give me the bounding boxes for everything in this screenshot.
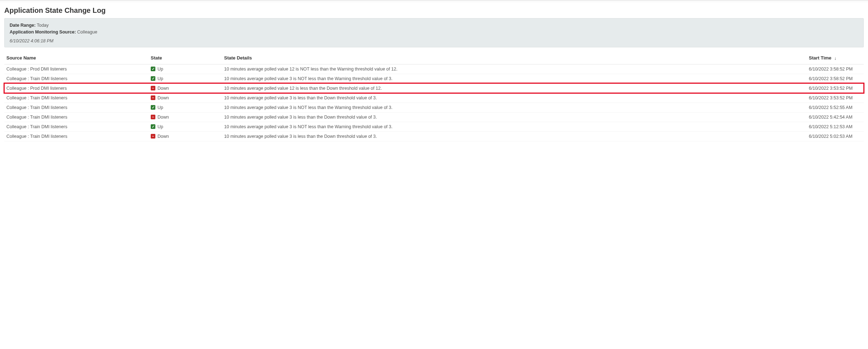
cell-state: –Down <box>149 112 222 122</box>
report-timestamp: 6/10/2022 4:06:18 PM <box>10 38 858 43</box>
cell-source-name: Colleague : Train DMI listeners <box>4 122 149 131</box>
cell-start-time: 6/10/2022 5:42:54 AM <box>807 112 864 122</box>
filter-source: Application Monitoring Source: Colleague <box>10 29 858 36</box>
cell-state: –Down <box>149 131 222 141</box>
filter-date-range-label: Date Range: <box>10 23 36 28</box>
cell-source-name: Colleague : Prod DMI listeners <box>4 83 149 93</box>
cell-state: –Down <box>149 83 222 93</box>
page: Application State Change Log Date Range:… <box>0 2 868 146</box>
col-header-start-time[interactable]: Start Time ↓ <box>807 52 864 64</box>
cell-state-details: 10 minutes average polled value 3 is les… <box>222 93 807 103</box>
cell-state-details: 10 minutes average polled value 3 is les… <box>222 131 807 141</box>
state-up-icon: ✓ <box>151 124 155 129</box>
cell-start-time: 6/10/2022 5:02:53 AM <box>807 131 864 141</box>
cell-start-time: 6/10/2022 3:53:52 PM <box>807 83 864 93</box>
cell-state-details: 10 minutes average polled value 12 is NO… <box>222 64 807 74</box>
cell-state-details: 10 minutes average polled value 12 is le… <box>222 83 807 93</box>
state-label: Down <box>157 86 169 91</box>
cell-state: ✓Up <box>149 74 222 83</box>
cell-state-details: 10 minutes average polled value 3 is NOT… <box>222 74 807 83</box>
cell-state: ✓Up <box>149 122 222 131</box>
table-row[interactable]: Colleague : Prod DMI listeners–Down10 mi… <box>4 83 864 93</box>
cell-state: ✓Up <box>149 64 222 74</box>
cell-start-time: 6/10/2022 5:12:53 AM <box>807 122 864 131</box>
filter-source-value: Colleague <box>77 30 97 35</box>
table-row[interactable]: Colleague : Train DMI listeners–Down10 m… <box>4 131 864 141</box>
state-down-icon: – <box>151 95 155 100</box>
cell-state: ✓Up <box>149 103 222 112</box>
filter-date-range-value: Today <box>37 23 48 28</box>
state-down-icon: – <box>151 86 155 90</box>
state-up-icon: ✓ <box>151 67 155 71</box>
state-label: Up <box>157 105 163 110</box>
table-row[interactable]: Colleague : Train DMI listeners–Down10 m… <box>4 93 864 103</box>
table-row[interactable]: Colleague : Prod DMI listeners✓Up10 minu… <box>4 64 864 74</box>
cell-source-name: Colleague : Train DMI listeners <box>4 74 149 83</box>
cell-source-name: Colleague : Train DMI listeners <box>4 103 149 112</box>
state-label: Up <box>157 67 163 72</box>
sort-descending-icon: ↓ <box>834 56 836 61</box>
cell-source-name: Colleague : Train DMI listeners <box>4 112 149 122</box>
filter-date-range: Date Range: Today <box>10 22 858 29</box>
table-row[interactable]: Colleague : Train DMI listeners–Down10 m… <box>4 112 864 122</box>
cell-start-time: 6/10/2022 5:52:55 AM <box>807 103 864 112</box>
state-label: Down <box>157 134 169 139</box>
state-down-icon: – <box>151 115 155 119</box>
state-change-table: Source Name State State Details Start Ti… <box>4 52 864 141</box>
cell-state-details: 10 minutes average polled value 3 is NOT… <box>222 103 807 112</box>
state-label: Up <box>157 124 163 129</box>
table-header-row: Source Name State State Details Start Ti… <box>4 52 864 64</box>
state-up-icon: ✓ <box>151 76 155 81</box>
page-title: Application State Change Log <box>4 6 864 15</box>
cell-source-name: Colleague : Train DMI listeners <box>4 93 149 103</box>
table-row[interactable]: Colleague : Train DMI listeners✓Up10 min… <box>4 122 864 131</box>
table-row[interactable]: Colleague : Train DMI listeners✓Up10 min… <box>4 103 864 112</box>
cell-state: –Down <box>149 93 222 103</box>
state-down-icon: – <box>151 134 155 139</box>
col-header-start-time-label: Start Time <box>809 55 831 61</box>
cell-start-time: 6/10/2022 3:58:52 PM <box>807 74 864 83</box>
state-label: Up <box>157 76 163 81</box>
cell-start-time: 6/10/2022 3:58:52 PM <box>807 64 864 74</box>
cell-source-name: Colleague : Train DMI listeners <box>4 131 149 141</box>
table-row[interactable]: Colleague : Train DMI listeners✓Up10 min… <box>4 74 864 83</box>
col-header-details[interactable]: State Details <box>222 52 807 64</box>
cell-state-details: 10 minutes average polled value 3 is NOT… <box>222 122 807 131</box>
col-header-state[interactable]: State <box>149 52 222 64</box>
state-up-icon: ✓ <box>151 105 155 110</box>
cell-start-time: 6/10/2022 3:53:52 PM <box>807 93 864 103</box>
cell-source-name: Colleague : Prod DMI listeners <box>4 64 149 74</box>
filter-info-bar: Date Range: Today Application Monitoring… <box>4 18 864 47</box>
col-header-source[interactable]: Source Name <box>4 52 149 64</box>
filter-source-label: Application Monitoring Source: <box>10 30 76 35</box>
cell-state-details: 10 minutes average polled value 3 is les… <box>222 112 807 122</box>
state-label: Down <box>157 95 169 100</box>
state-label: Down <box>157 115 169 120</box>
